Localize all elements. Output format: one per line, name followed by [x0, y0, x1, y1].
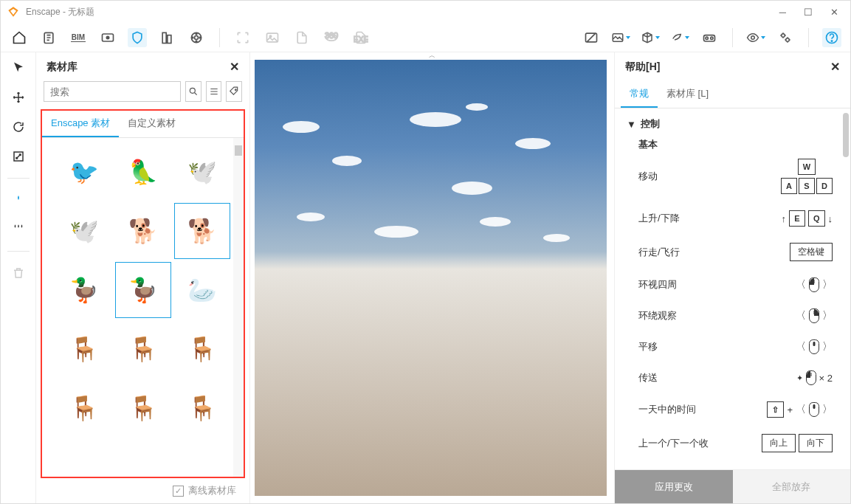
image-off-icon[interactable] [582, 28, 601, 47]
capture-icon[interactable] [233, 28, 252, 47]
help-walkfly-label: 行走/飞行 [638, 246, 680, 259]
image-icon[interactable] [263, 28, 282, 47]
help-orbit-label: 环绕观察 [638, 309, 677, 322]
close-help-panel[interactable]: ✕ [830, 60, 840, 74]
maximize-button[interactable]: ☐ [804, 7, 813, 18]
minimize-button[interactable]: ─ [779, 7, 786, 18]
asset-item-bird-01[interactable]: 🐦 [56, 144, 112, 200]
asset-item-chair-02[interactable]: 🪑 [115, 321, 171, 377]
expand-handle[interactable]: ︿ [388, 52, 477, 58]
help-tab-library[interactable]: 素材库 [L] [658, 81, 717, 108]
shield-icon[interactable] [128, 28, 147, 47]
home-icon[interactable] [10, 28, 29, 47]
prevnext-ctrl: 向上向下 [762, 434, 833, 452]
window-title: Enscape - 无标题 [26, 6, 779, 18]
file-export-icon[interactable] [292, 28, 311, 47]
delete-tool-icon[interactable] [9, 263, 28, 283]
svg-point-10 [192, 37, 193, 38]
svg-point-7 [196, 33, 197, 35]
svg-rect-3 [162, 32, 166, 43]
settings-icon[interactable] [776, 28, 795, 47]
asset-item-bird-02[interactable]: 🦜 [115, 144, 171, 200]
asset-item-dog-02[interactable]: 🐕 [174, 203, 230, 259]
help-prevnext-label: 上一个/下一个收 [638, 437, 709, 450]
view-icon[interactable] [98, 28, 117, 47]
asset-item-chair-06[interactable]: 🪑 [174, 380, 230, 436]
gallery-dropdown[interactable] [611, 28, 630, 47]
help-scrollbar[interactable] [843, 113, 849, 157]
search-button[interactable] [185, 81, 201, 102]
teleport-mouse: ✦× 2 [796, 370, 833, 385]
cube-dropdown[interactable] [641, 28, 660, 47]
sidebar-tools [1, 52, 36, 503]
select-tool-icon[interactable] [9, 58, 28, 77]
vr-icon[interactable] [700, 28, 719, 47]
help-teleport-label: 传送 [638, 371, 658, 384]
asset-item-chair-05[interactable]: 🪑 [115, 380, 171, 436]
asset-thumb: 🦆 [121, 268, 165, 312]
clipboard-icon[interactable] [39, 28, 58, 47]
tab-custom-assets[interactable]: 自定义素材 [119, 111, 185, 137]
svg-point-8 [199, 37, 201, 38]
tab-enscape-assets[interactable]: Enscape 素材 [42, 111, 119, 137]
visibility-dropdown[interactable] [746, 28, 765, 47]
help-icon[interactable] [822, 28, 841, 47]
asset-thumb: 🪑 [121, 386, 165, 430]
svg-point-27 [190, 88, 195, 93]
asset-item-chair-01[interactable]: 🪑 [56, 321, 112, 377]
apply-button[interactable]: 应用更改 [615, 470, 733, 503]
rotate-tool-icon[interactable] [9, 117, 28, 137]
close-asset-panel[interactable]: ✕ [230, 60, 239, 74]
look-mouse: 〈〉 [796, 277, 833, 292]
asset-thumb: 🐦 [62, 150, 106, 194]
building-icon[interactable] [157, 28, 176, 47]
help-panel-title: 帮助[H] [625, 61, 660, 74]
list-view-button[interactable] [206, 81, 222, 102]
svg-rect-4 [168, 35, 171, 43]
trees-tool-icon[interactable] [9, 220, 28, 239]
orbit-mouse: 〈〉 [796, 308, 833, 323]
svg-point-28 [235, 89, 237, 91]
svg-point-19 [706, 37, 708, 39]
asset-thumb: 🦢 [180, 268, 224, 312]
wing-dropdown[interactable] [670, 28, 689, 47]
help-look-label: 环视四周 [638, 278, 677, 291]
scale-tool-icon[interactable] [9, 147, 28, 166]
svg-point-9 [196, 41, 197, 42]
bim-icon[interactable]: BIM [69, 28, 88, 47]
help-pan-label: 平移 [638, 340, 658, 353]
asset-area: Enscape 素材 自定义素材 🐦🦜🕊️🕊️🐕🐕🦆🦆🦢🪑🪑🪑🪑🪑🪑 [41, 109, 245, 478]
scene-3d[interactable] [255, 60, 607, 496]
app-logo-icon [7, 5, 20, 18]
pan-mouse: 〈〉 [796, 339, 833, 354]
move-tool-icon[interactable] [9, 88, 28, 107]
asset-item-birds-flock-01[interactable]: 🕊️ [174, 144, 230, 200]
help-tab-general[interactable]: 常规 [621, 81, 658, 108]
asset-item-duck-02[interactable]: 🦆 [115, 262, 171, 318]
asset-item-dog-01[interactable]: 🐕 [115, 203, 171, 259]
help-updown-label: 上升/下降 [638, 212, 680, 225]
plant-tool-icon[interactable] [9, 190, 28, 210]
help-move-label: 移动 [638, 170, 658, 183]
asset-item-chair-03[interactable]: 🪑 [174, 321, 230, 377]
panorama-icon[interactable]: 360 [322, 28, 341, 47]
offline-checkbox[interactable]: ✓ [173, 486, 184, 497]
search-input[interactable] [44, 81, 181, 102]
tag-button[interactable] [226, 81, 242, 102]
svg-point-6 [195, 35, 199, 39]
svg-text:360: 360 [325, 30, 338, 39]
asset-thumb: 🦜 [121, 150, 165, 194]
asset-item-chair-04[interactable]: 🪑 [56, 380, 112, 436]
video-icon[interactable] [187, 28, 206, 47]
asset-item-birds-flock-02[interactable]: 🕊️ [56, 203, 112, 259]
viewport: ︿ [250, 52, 614, 503]
asset-thumb: 🪑 [180, 386, 224, 430]
asset-item-duck-01[interactable]: 🦆 [56, 262, 112, 318]
help-sub-basic: 基本 [638, 138, 838, 151]
close-button[interactable]: ✕ [830, 7, 838, 18]
exe-export-icon[interactable]: EXE [351, 28, 371, 47]
discard-button[interactable]: 全部放弃 [733, 470, 851, 503]
asset-item-swan[interactable]: 🦢 [174, 262, 230, 318]
offline-label: 离线素材库 [188, 484, 236, 497]
asset-scrollbar[interactable] [233, 138, 244, 477]
